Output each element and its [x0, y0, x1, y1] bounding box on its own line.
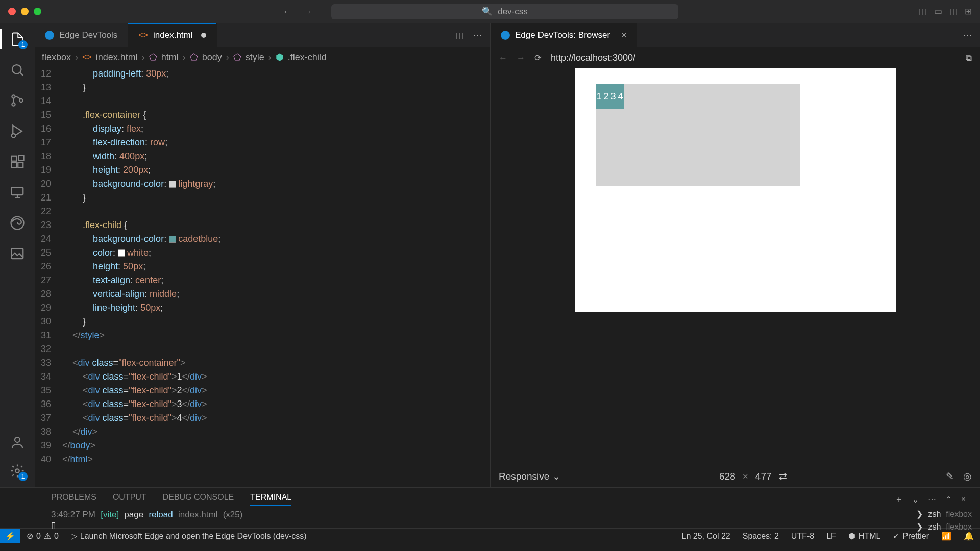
panel-tab-output[interactable]: OUTPUT	[113, 493, 146, 506]
extensions-icon[interactable]	[9, 154, 26, 170]
edge-tab-icon	[45, 31, 54, 40]
close-icon[interactable]: ×	[621, 30, 627, 41]
split-terminal-icon[interactable]: ⌄	[912, 495, 919, 505]
panel-bottom-icon[interactable]: ▭	[934, 6, 942, 17]
rotate-icon[interactable]: ⇄	[779, 470, 787, 482]
cursor-position[interactable]: Ln 25, Col 22	[676, 531, 737, 541]
panel-tabs: PROBLEMS OUTPUT DEBUG CONSOLE TERMINAL ＋…	[0, 488, 980, 506]
close-window-icon[interactable]	[8, 8, 16, 15]
settings-gear-icon[interactable]: 1	[9, 463, 26, 479]
more-panel-icon[interactable]: ⋯	[928, 495, 936, 505]
svg-rect-9	[12, 187, 23, 195]
tab-edge-devtools[interactable]: Edge DevTools	[35, 23, 128, 47]
preview-viewport: 1 2 3 4	[491, 68, 980, 465]
svg-point-13	[15, 469, 19, 473]
terminal-item[interactable]: ❯zshflexbox	[916, 509, 972, 519]
feedback-icon[interactable]: 📶	[935, 531, 958, 541]
nav-back-icon[interactable]: ←	[282, 5, 293, 18]
viewport-width[interactable]: 628	[719, 471, 736, 482]
tab-browser-preview[interactable]: Edge DevTools: Browser ×	[491, 23, 637, 47]
flex-child: 3	[610, 84, 617, 109]
image-icon[interactable]	[9, 245, 26, 262]
url-field[interactable]: http://localhost:3000/	[551, 53, 635, 63]
edge-icon[interactable]	[9, 215, 26, 231]
new-terminal-icon[interactable]: ＋	[895, 494, 903, 505]
explorer-icon[interactable]: 1	[9, 31, 26, 47]
code-text[interactable]: padding-left: 30px; } .flex-container { …	[62, 67, 490, 487]
browser-toolbar: ← → ⟳ http://localhost:3000/ ⧉	[491, 47, 980, 68]
crumb[interactable]: index.html	[96, 52, 138, 63]
customize-layout-icon[interactable]: ⊞	[965, 6, 972, 17]
chevron-down-icon: ⌄	[552, 471, 560, 482]
bell-icon[interactable]: 🔔	[958, 531, 980, 541]
panel-right-icon[interactable]: ◫	[949, 6, 958, 17]
edit-icon[interactable]: ✎	[946, 470, 954, 482]
terminal-list: ❯zshflexbox ❯zshflexbox	[916, 506, 980, 532]
device-emulation-bar: Responsive ⌄ 628 × 477 ⇄ ✎ ◎	[491, 465, 980, 487]
minimize-window-icon[interactable]	[21, 8, 29, 15]
search-icon: 🔍	[482, 6, 493, 17]
crumb[interactable]: body	[202, 52, 222, 63]
problems-status[interactable]: ⊘ 0 ⚠ 0	[20, 531, 65, 541]
search-activity-icon[interactable]	[9, 62, 26, 78]
crumb[interactable]: style	[246, 52, 264, 63]
layout-buttons: ◫ ▭ ◫ ⊞	[919, 6, 972, 17]
scm-icon[interactable]	[9, 92, 26, 109]
activity-bar: 1 1	[0, 23, 35, 487]
nav-forward-icon[interactable]: →	[302, 5, 313, 18]
eol-status[interactable]: LF	[820, 531, 842, 541]
indent-status[interactable]: Spaces: 2	[737, 531, 785, 541]
launch-task[interactable]: ▷ Launch Microsoft Edge and open the Edg…	[65, 531, 313, 541]
browser-back-icon[interactable]: ←	[499, 53, 507, 63]
run-debug-icon[interactable]	[9, 123, 26, 139]
flex-child: 4	[617, 84, 624, 109]
maximize-window-icon[interactable]	[34, 8, 41, 15]
more-actions-icon[interactable]: ⋯	[963, 30, 972, 41]
crumb[interactable]: html	[161, 52, 179, 63]
language-status[interactable]: ⬢ HTML	[842, 531, 887, 541]
more-actions-icon[interactable]: ⋯	[473, 30, 482, 41]
split-editor-icon[interactable]: ◫	[456, 30, 464, 41]
crumb[interactable]: flexbox	[42, 52, 71, 63]
code-editor[interactable]: 1213141516171819202122232425262728293031…	[35, 67, 490, 487]
terminal-item[interactable]: ❯zshflexbox	[916, 522, 972, 532]
times-icon: ×	[743, 471, 748, 482]
terminal-output[interactable]: 3:49:27 PM [vite] page reload index.html…	[0, 506, 916, 531]
svg-point-3	[19, 99, 22, 102]
inspect-icon[interactable]: ⧉	[966, 53, 972, 63]
symbol-icon: ⬢	[276, 52, 284, 63]
panel-tab-problems[interactable]: PROBLEMS	[51, 493, 96, 506]
svg-point-12	[15, 437, 20, 442]
encoding-status[interactable]: UTF-8	[785, 531, 820, 541]
accounts-icon[interactable]	[9, 434, 26, 450]
svg-rect-11	[12, 248, 23, 259]
panel-tab-debug[interactable]: DEBUG CONSOLE	[163, 493, 234, 506]
svg-rect-6	[12, 162, 17, 167]
maximize-panel-icon[interactable]: ⌃	[945, 495, 952, 505]
svg-rect-7	[18, 162, 23, 167]
explorer-badge: 1	[18, 40, 28, 49]
tab-index-html[interactable]: <> index.html	[128, 23, 216, 47]
target-icon[interactable]: ◎	[963, 470, 972, 482]
browser-forward-icon[interactable]: →	[517, 53, 525, 63]
titlebar: ← → 🔍 dev-css ◫ ▭ ◫ ⊞	[0, 0, 980, 23]
dirty-dot-icon	[201, 33, 206, 38]
command-center[interactable]: 🔍 dev-css	[331, 4, 678, 19]
remote-indicator[interactable]: ⚡	[0, 529, 20, 543]
reload-icon[interactable]: ⟳	[534, 53, 542, 63]
panel-left-icon[interactable]: ◫	[919, 6, 927, 17]
close-panel-icon[interactable]: ×	[961, 495, 966, 504]
panel-tab-terminal[interactable]: TERMINAL	[250, 493, 291, 506]
crumb[interactable]: .flex-child	[288, 52, 327, 63]
symbol-icon: ⬠	[149, 52, 157, 63]
rendered-page[interactable]: 1 2 3 4	[575, 68, 896, 312]
nav-arrows: ← →	[282, 5, 313, 18]
tab-label: Edge DevTools	[59, 30, 117, 40]
remote-explorer-icon[interactable]	[9, 184, 26, 201]
edge-tab-icon	[501, 31, 510, 40]
prettier-status[interactable]: ✓ Prettier	[887, 531, 935, 541]
device-mode[interactable]: Responsive ⌄	[499, 470, 560, 482]
bottom-panel: PROBLEMS OUTPUT DEBUG CONSOLE TERMINAL ＋…	[0, 487, 980, 528]
breadcrumb[interactable]: flexbox› <> index.html› ⬠ html› ⬠ body› …	[35, 47, 490, 67]
viewport-height[interactable]: 477	[755, 471, 772, 482]
